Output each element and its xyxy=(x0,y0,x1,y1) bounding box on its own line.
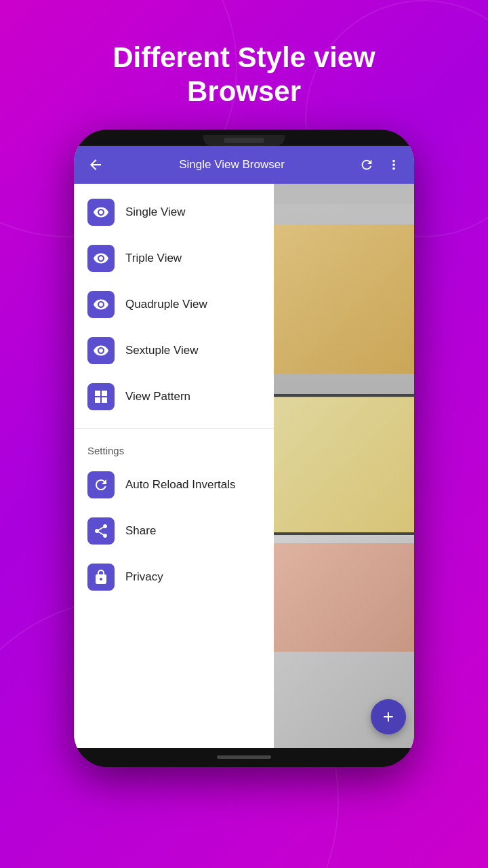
eye-icon-4 xyxy=(93,342,109,359)
triple-view-label: Triple View xyxy=(125,252,182,265)
menu-item-privacy[interactable]: Privacy xyxy=(74,554,274,600)
phone-bottom-bar xyxy=(74,748,414,767)
settings-label: Settings xyxy=(74,437,274,462)
reload-icon xyxy=(93,477,109,493)
toolbar-title: Single View Browser xyxy=(106,158,357,172)
browser-content: + xyxy=(274,184,414,748)
home-indicator xyxy=(217,755,271,759)
sextuple-view-icon-box xyxy=(87,337,115,364)
browser-tile-2 xyxy=(274,397,414,533)
lock-icon xyxy=(93,569,109,585)
eye-icon-2 xyxy=(93,250,109,267)
privacy-label: Privacy xyxy=(125,570,163,584)
view-pattern-label: View Pattern xyxy=(125,390,190,403)
browser-tile-1 xyxy=(274,184,414,394)
share-icon xyxy=(93,523,109,539)
view-pattern-icon-box xyxy=(87,383,115,410)
menu-item-view-pattern[interactable]: View Pattern xyxy=(74,374,274,420)
menu-divider xyxy=(74,428,274,429)
toolbar: Single View Browser xyxy=(74,146,414,184)
back-button[interactable] xyxy=(85,154,106,176)
menu-item-single-view[interactable]: Single View xyxy=(74,189,274,235)
reload-button[interactable] xyxy=(357,155,376,174)
view-section: Single View Triple View xyxy=(74,184,274,425)
triple-view-icon-box xyxy=(87,245,115,272)
settings-section: Settings Auto Reload Invertals xyxy=(74,431,274,606)
drawer-menu: Single View Triple View xyxy=(74,184,274,748)
auto-reload-icon-box xyxy=(87,471,115,498)
share-icon-box xyxy=(87,517,115,545)
sextuple-view-label: Sextuple View xyxy=(125,344,198,357)
privacy-icon-box xyxy=(87,564,115,591)
menu-item-share[interactable]: Share xyxy=(74,508,274,554)
fab-plus-icon: + xyxy=(383,706,394,728)
quadruple-view-label: Quadruple View xyxy=(125,298,207,311)
auto-reload-label: Auto Reload Invertals xyxy=(125,478,236,492)
menu-item-triple-view[interactable]: Triple View xyxy=(74,235,274,281)
eye-icon xyxy=(93,204,109,220)
grid-icon xyxy=(93,389,109,405)
eye-icon-3 xyxy=(93,296,109,313)
menu-item-quadruple-view[interactable]: Quadruple View xyxy=(74,281,274,328)
page-title: Different Style view Browser xyxy=(85,41,402,109)
toolbar-actions xyxy=(357,155,403,174)
single-view-icon-box xyxy=(87,199,115,226)
phone-screen: Single View Browser xyxy=(74,146,414,748)
phone-frame: Single View Browser xyxy=(74,130,414,767)
menu-item-auto-reload[interactable]: Auto Reload Invertals xyxy=(74,462,274,508)
more-button[interactable] xyxy=(384,155,403,174)
screen-content: Single View Triple View xyxy=(74,184,414,748)
fab-button[interactable]: + xyxy=(371,699,406,734)
share-label: Share xyxy=(125,524,156,538)
single-view-label: Single View xyxy=(125,205,186,219)
phone-notch xyxy=(203,135,285,146)
menu-item-sextuple-view[interactable]: Sextuple View xyxy=(74,328,274,374)
quadruple-view-icon-box xyxy=(87,291,115,318)
